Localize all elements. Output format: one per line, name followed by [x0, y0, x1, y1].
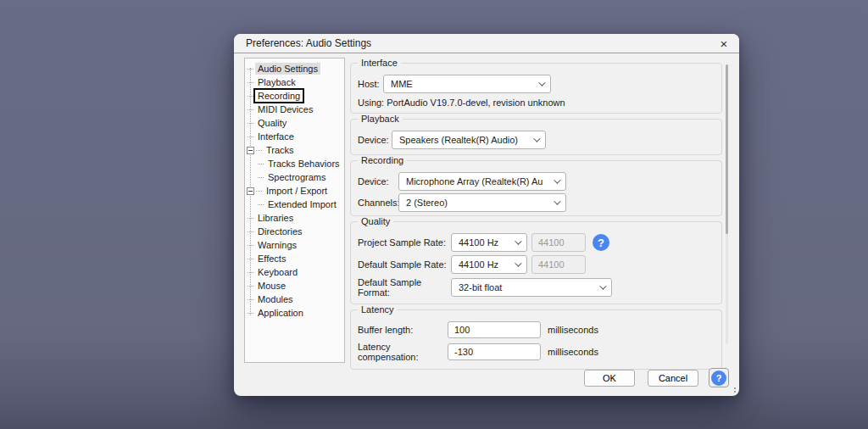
tree-connector [248, 69, 253, 70]
playback-device-label: Device: [358, 135, 392, 145]
tree-connector [258, 204, 264, 205]
buffer-length-label: Buffer length: [358, 325, 448, 335]
desktop-background: { "window": { "title": "Preferences: Aud… [0, 0, 868, 429]
help-button[interactable]: ? [709, 368, 729, 387]
portaudio-version-text: Using: PortAudio V19.7.0-devel, revision… [358, 98, 715, 113]
project-rate-help-icon[interactable]: ? [593, 234, 609, 251]
dialog-footer: OK Cancel ? [584, 368, 729, 387]
tree-connector [248, 299, 253, 300]
sidebar-item-mouse[interactable]: Mouse [245, 279, 344, 292]
default-sample-format-value: 32-bit float [459, 282, 502, 292]
host-select[interactable]: MME [383, 75, 551, 93]
preferences-category-tree: Audio Settings Playback Recording MIDI D… [244, 58, 345, 363]
tree-connector [248, 245, 253, 246]
sidebar-item-effects[interactable]: Effects [245, 252, 344, 265]
chevron-down-icon [554, 176, 560, 183]
playback-group: Playback Device: Speakers (Realtek(R) Au… [350, 119, 722, 155]
sidebar-item-application[interactable]: Application [245, 306, 344, 320]
sidebar-item-tracks[interactable]: Tracks [245, 143, 344, 157]
sidebar-item-keyboard[interactable]: Keyboard [245, 265, 344, 279]
tree-connector [248, 231, 253, 232]
chevron-down-icon [515, 237, 521, 244]
sidebar-item-warnings[interactable]: Warnings [245, 238, 344, 252]
project-sample-rate-label: Project Sample Rate: [358, 237, 451, 248]
playback-device-select[interactable]: Speakers (Realtek(R) Audio) [392, 131, 546, 149]
tree-connector [248, 286, 253, 287]
latency-compensation-input[interactable] [448, 343, 541, 360]
default-sample-rate-other-field [531, 255, 586, 274]
host-select-value: MME [391, 79, 413, 89]
chevron-down-icon [554, 198, 560, 204]
sidebar-item-import-export[interactable]: Import / Export [245, 184, 344, 198]
tree-connector [248, 313, 253, 314]
latency-group-title: Latency [358, 304, 398, 315]
settings-panel: Interface Host: MME Using: PortAudio V19… [349, 58, 729, 363]
tree-connector [248, 218, 253, 219]
playback-group-title: Playback [358, 114, 403, 125]
collapse-expander-icon[interactable] [247, 147, 254, 154]
default-sample-format-label: Default Sample Format: [358, 277, 451, 298]
sidebar-item-tracks-behaviors[interactable]: Tracks Behaviors [245, 157, 344, 170]
latency-group: Latency Buffer length: milliseconds Late… [350, 309, 722, 370]
chevron-down-icon [599, 282, 606, 289]
resize-grip[interactable] [727, 384, 736, 393]
quality-group: Quality Project Sample Rate: 44100 Hz ? … [350, 221, 722, 304]
dialog-title: Preferences: Audio Settings [246, 37, 371, 49]
project-sample-rate-value: 44100 Hz [459, 237, 498, 248]
default-sample-rate-select[interactable]: 44100 Hz [451, 255, 527, 274]
chevron-down-icon [538, 79, 545, 86]
recording-device-label: Device: [358, 176, 398, 187]
tree-connector [248, 96, 253, 97]
latency-compensation-unit: milliseconds [548, 347, 598, 357]
panel-scrollbar[interactable] [726, 64, 728, 344]
chevron-down-icon [515, 259, 521, 266]
quality-group-title: Quality [358, 216, 393, 227]
sidebar-item-quality[interactable]: Quality [245, 116, 344, 130]
tree-connector [256, 191, 262, 192]
sidebar-item-interface[interactable]: Interface [245, 130, 344, 143]
tree-connector [248, 259, 253, 259]
channels-label: Channels: [358, 198, 398, 208]
default-sample-format-select[interactable]: 32-bit float [451, 278, 612, 297]
sidebar-item-recording[interactable]: Recording [245, 89, 344, 103]
sidebar-item-spectrograms[interactable]: Spectrograms [245, 170, 344, 184]
collapse-expander-icon[interactable] [247, 187, 254, 195]
channels-value: 2 (Stereo) [406, 198, 448, 208]
tree-connector [248, 109, 253, 110]
recording-device-select[interactable]: Microphone Array (Realtek(R) Au [398, 172, 566, 191]
cancel-button[interactable]: Cancel [648, 370, 698, 387]
sidebar-item-directories[interactable]: Directories [245, 225, 344, 238]
sidebar-item-playback[interactable]: Playback [245, 75, 344, 89]
host-label: Host: [358, 79, 383, 89]
latency-compensation-label: Latency compensation: [358, 342, 448, 362]
tree-connector [248, 136, 253, 137]
channels-select[interactable]: 2 (Stereo) [398, 193, 566, 212]
recording-group-title: Recording [358, 155, 407, 166]
buffer-length-unit: milliseconds [548, 325, 598, 335]
help-icon: ? [711, 370, 726, 386]
tree-connector [258, 164, 264, 164]
playback-device-value: Speakers (Realtek(R) Audio) [399, 135, 518, 145]
tree-connector [248, 123, 253, 124]
project-sample-rate-other-field [531, 233, 586, 252]
close-icon[interactable]: × [710, 34, 737, 53]
preferences-dialog: Preferences: Audio Settings × Audio Sett… [234, 34, 739, 396]
sidebar-item-audio-settings[interactable]: Audio Settings [245, 62, 344, 75]
tree-connector [256, 150, 262, 151]
buffer-length-input[interactable] [448, 321, 541, 338]
sidebar-item-modules[interactable]: Modules [245, 292, 344, 306]
sidebar-item-extended-import[interactable]: Extended Import [245, 198, 344, 211]
tree-connector [248, 272, 253, 273]
recording-device-value: Microphone Array (Realtek(R) Au [406, 176, 542, 187]
chevron-down-icon [533, 135, 540, 142]
interface-group-title: Interface [358, 58, 401, 69]
ok-button[interactable]: OK [584, 370, 635, 387]
tree-connector [258, 177, 264, 178]
default-sample-rate-value: 44100 Hz [459, 259, 498, 270]
project-sample-rate-select[interactable]: 44100 Hz [451, 233, 527, 252]
interface-group: Interface Host: MME Using: PortAudio V19… [350, 63, 722, 114]
tree-items: Audio Settings Playback Recording MIDI D… [245, 61, 344, 320]
sidebar-item-libraries[interactable]: Libraries [245, 211, 344, 225]
sidebar-item-midi-devices[interactable]: MIDI Devices [245, 103, 344, 116]
default-sample-rate-label: Default Sample Rate: [358, 259, 451, 270]
